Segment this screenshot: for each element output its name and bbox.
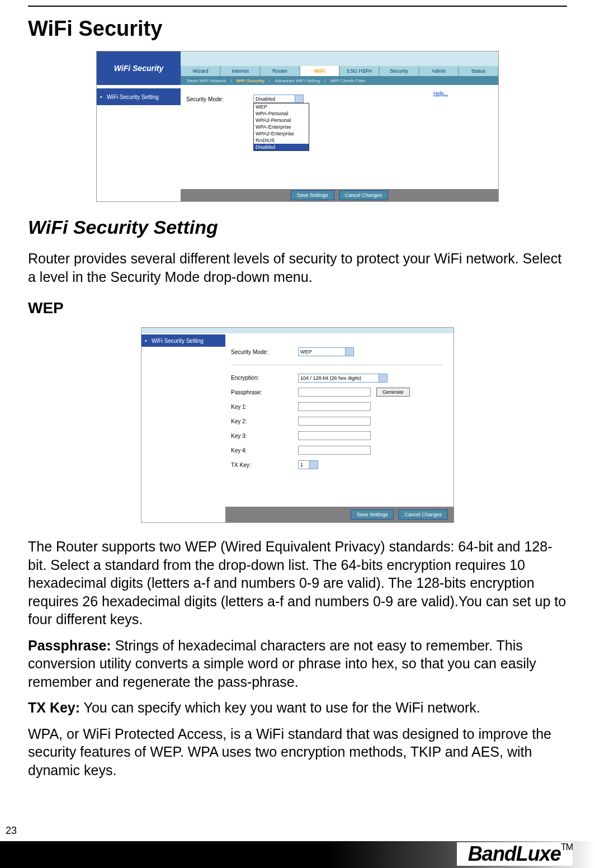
- wpa-description: WPA, or WiFi Protected Access, is a WiFi…: [28, 725, 567, 780]
- security-mode-select[interactable]: Disabled: [253, 95, 304, 103]
- option-wpa-enterprise[interactable]: WPA-Enterprise: [254, 124, 309, 130]
- panel-title: WiFi Security: [97, 51, 181, 85]
- help-link[interactable]: Help...: [433, 91, 448, 96]
- subtab-basic[interactable]: Basic WiFi Network: [187, 78, 226, 83]
- key4-label: Key 4:: [231, 447, 298, 454]
- txkey-description: TX Key: You can specify which key you wa…: [28, 699, 567, 717]
- key2-input[interactable]: [298, 417, 371, 426]
- brand-logo: BandLuxeTM: [457, 842, 573, 866]
- chevron-down-icon: [311, 463, 316, 466]
- security-mode-dropdown[interactable]: WEP WPA-Personal WPA2-Personal WPA-Enter…: [253, 103, 309, 151]
- subtab-advanced[interactable]: Advanced WiFi Setting: [275, 78, 320, 83]
- key4-input[interactable]: [298, 446, 371, 455]
- save-button[interactable]: Save Settings: [351, 510, 394, 520]
- txkey-label: TX Key:: [231, 462, 298, 468]
- tab-security[interactable]: Security: [379, 66, 419, 76]
- security-mode-label: Security Mode:: [186, 96, 224, 102]
- screenshot-security-mode: WiFi Security Wizard Internet Router WiF…: [96, 51, 499, 202]
- chevron-down-icon: [347, 350, 352, 353]
- option-wpa2-personal[interactable]: WPA2-Personal: [254, 117, 309, 124]
- security-mode-label: Security Mode:: [231, 349, 298, 355]
- option-disabled[interactable]: Disabled: [254, 144, 309, 150]
- key2-label: Key 2:: [231, 418, 298, 424]
- passphrase-description: Passphrase: Strings of hexadecimal chara…: [28, 636, 567, 691]
- chevron-down-icon: [381, 376, 385, 379]
- generate-button[interactable]: Generate: [376, 388, 410, 397]
- tab-internet[interactable]: Internet: [220, 66, 260, 76]
- security-mode-select[interactable]: WEP: [298, 347, 354, 356]
- chevron-down-icon: [297, 97, 301, 100]
- option-wpa2-enterprise[interactable]: WPA2-Enterprise: [254, 130, 309, 137]
- sidebar-item-security-setting[interactable]: WiFi Security Setting: [141, 334, 225, 347]
- txkey-select[interactable]: 1: [298, 460, 318, 469]
- intro-text: Router provides several different levels…: [28, 249, 567, 286]
- option-wpa-personal[interactable]: WPA-Personal: [254, 110, 309, 117]
- key3-label: Key 3:: [231, 433, 298, 439]
- cancel-button[interactable]: Cancel Changes: [398, 510, 448, 520]
- key1-label: Key 1:: [231, 404, 298, 410]
- wep-heading: WEP: [28, 299, 567, 317]
- option-radius[interactable]: RADIUS: [254, 137, 309, 144]
- tab-wizard[interactable]: Wizard: [181, 66, 220, 76]
- section-heading: WiFi Security Setting: [28, 216, 567, 238]
- tab-hspa[interactable]: 3.5G HSPA: [339, 66, 379, 76]
- tab-router[interactable]: Router: [260, 66, 300, 76]
- screenshot-wep-settings: WiFi Security Setting Security Mode: WEP…: [141, 327, 454, 523]
- subtab-security[interactable]: WiFi Security: [237, 78, 265, 83]
- encryption-label: Encryption:: [231, 375, 298, 381]
- encryption-select[interactable]: 104 / 128-bit (26 hex digits): [298, 374, 388, 383]
- page-number: 23: [6, 825, 17, 837]
- page-title: WiFi Security: [28, 17, 567, 41]
- sidebar-item-security-setting[interactable]: WiFi Security Setting: [97, 88, 181, 105]
- tab-admin[interactable]: Admin: [419, 66, 459, 76]
- key1-input[interactable]: [298, 402, 371, 411]
- cancel-button[interactable]: Cancel Changes: [339, 190, 389, 200]
- passphrase-input[interactable]: [298, 388, 371, 397]
- passphrase-label: Passphrase:: [231, 389, 298, 395]
- tab-wifi[interactable]: WiFi: [300, 66, 339, 76]
- option-wep[interactable]: WEP: [254, 103, 309, 110]
- save-button[interactable]: Save Settings: [291, 190, 334, 200]
- wep-description: The Router supports two WEP (Wired Equiv…: [28, 537, 567, 629]
- subtab-clients[interactable]: WiFi Clients Filter: [330, 78, 366, 83]
- tab-status[interactable]: Status: [459, 66, 498, 76]
- key3-input[interactable]: [298, 431, 371, 440]
